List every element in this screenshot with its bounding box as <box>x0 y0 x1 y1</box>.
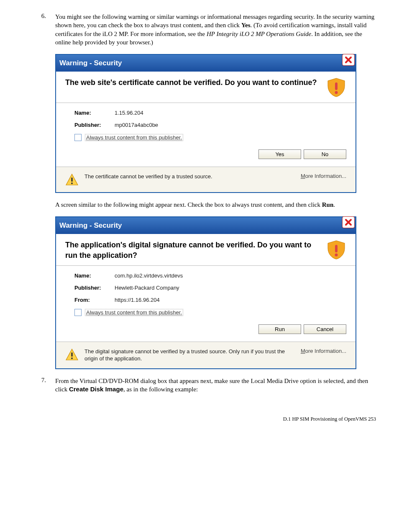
svg-point-1 <box>335 91 338 94</box>
trust-checkbox-label: Always trust content from this publisher… <box>85 134 183 141</box>
svg-rect-6 <box>71 352 72 357</box>
step-number: 6. <box>23 13 55 46</box>
dialog-body: Name: com.hp.ilo2.virtdevs.virtdevs Publ… <box>56 266 356 342</box>
warning-triangle-icon <box>65 173 79 186</box>
trust-checkbox-row[interactable]: Always trust content from this publisher… <box>74 134 346 141</box>
name-value: com.hp.ilo2.virtdevs.virtdevs <box>115 272 346 279</box>
step-6-followup: A screen similar to the following might … <box>23 200 376 209</box>
step-6-body: You might see the following warning or s… <box>55 13 376 46</box>
text: A screen similar to the following might … <box>55 201 322 208</box>
headline-text: The application's digital signature cann… <box>65 240 326 260</box>
step-7: 7. From the Virtual CD/DVD-ROM dialog bo… <box>23 377 376 394</box>
from-value: https://1.16.96.204 <box>115 297 346 303</box>
svg-point-7 <box>71 357 73 359</box>
yes-word: Yes <box>241 22 251 28</box>
trust-checkbox-row[interactable]: Always trust content from this publisher… <box>74 309 346 316</box>
headline-text: The web site's certificate cannot be ver… <box>65 77 326 87</box>
publisher-label: Publisher: <box>74 122 115 128</box>
headline: The web site's certificate cannot be ver… <box>56 72 356 103</box>
trust-checkbox-label: Always trust content from this publisher… <box>85 309 183 316</box>
more-information-link[interactable]: More Information... <box>301 173 346 179</box>
name-value: 1.15.96.204 <box>115 110 346 116</box>
step-number: 7. <box>23 377 55 394</box>
svg-rect-2 <box>71 177 72 182</box>
security-dialog-2: Warning - Security The application's dig… <box>55 216 356 369</box>
name-label: Name: <box>74 272 115 279</box>
close-icon <box>344 218 353 226</box>
from-label: From: <box>74 297 115 303</box>
create-disk-image-word: Create Disk Image <box>69 386 123 393</box>
close-button[interactable] <box>342 216 355 228</box>
cancel-button[interactable]: Cancel <box>304 324 346 334</box>
step-6: 6. You might see the following warning o… <box>23 13 376 46</box>
text: . <box>333 201 335 208</box>
more-text: ore Information... <box>305 348 346 354</box>
spacer <box>23 200 55 209</box>
close-button[interactable] <box>342 54 355 66</box>
warning-triangle-icon <box>65 348 79 361</box>
step-7-body: From the Virtual CD/DVD-ROM dialog box t… <box>55 377 376 394</box>
no-button[interactable]: No <box>304 149 346 159</box>
titlebar: Warning - Security <box>56 217 356 234</box>
dialog-footer: The certificate cannot be verified by a … <box>56 167 356 192</box>
more-text: ore Information... <box>305 173 346 179</box>
run-word: Run <box>322 201 334 208</box>
publisher-value: mp0017a4abc0be <box>115 122 346 128</box>
page-footer: D.1 HP SIM Provisioning of OpenVMS 253 <box>23 416 376 422</box>
yes-button[interactable]: Yes <box>258 149 301 159</box>
svg-point-5 <box>335 254 338 257</box>
warning-shield-icon <box>326 240 346 260</box>
dialog-title: Warning - Security <box>59 221 122 230</box>
dialog-title: Warning - Security <box>59 59 122 67</box>
svg-point-3 <box>71 182 73 184</box>
more-information-link[interactable]: More Information... <box>301 348 346 354</box>
trust-checkbox[interactable] <box>74 134 82 141</box>
name-label: Name: <box>74 110 115 116</box>
svg-rect-0 <box>335 82 338 90</box>
footer-text: The digital signature cannot be verified… <box>84 348 292 362</box>
security-dialog-1: Warning - Security The web site's certif… <box>55 54 356 193</box>
dialog-body: Name: 1.15.96.204 Publisher: mp0017a4abc… <box>56 103 356 167</box>
publisher-label: Publisher: <box>74 285 115 291</box>
footer-text: The certificate cannot be verified by a … <box>84 173 292 180</box>
run-button[interactable]: Run <box>258 324 301 334</box>
dialog-footer: The digital signature cannot be verified… <box>56 342 356 368</box>
headline: The application's digital signature cann… <box>56 234 356 266</box>
between-text: A screen similar to the following might … <box>55 200 376 209</box>
trust-checkbox[interactable] <box>74 309 82 316</box>
publisher-value: Hewlett-Packard Company <box>115 285 346 291</box>
warning-shield-icon <box>326 77 346 98</box>
svg-rect-4 <box>335 245 338 252</box>
titlebar: Warning - Security <box>56 55 356 72</box>
text: , as in the following example: <box>123 386 198 393</box>
close-icon <box>344 56 353 64</box>
guide-title: HP Integrity iLO 2 MP Operations Guide <box>207 31 311 37</box>
